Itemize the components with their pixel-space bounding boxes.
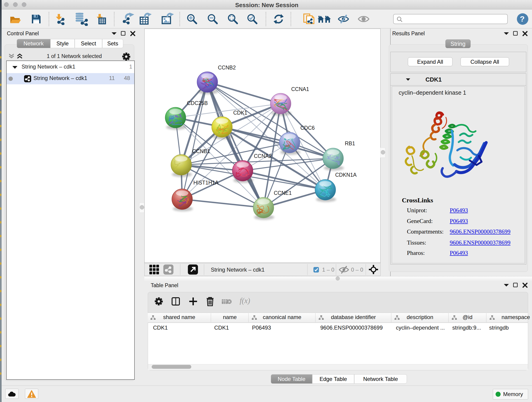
svg-text:CDK1: CDK1 xyxy=(233,110,247,116)
svg-text:HIST1H1A: HIST1H1A xyxy=(193,180,219,186)
svg-text:CDKN1A: CDKN1A xyxy=(335,172,357,178)
svg-text:CCNA1: CCNA1 xyxy=(291,86,309,92)
svg-text:CDC6: CDC6 xyxy=(300,125,315,131)
svg-text:CCNB1: CCNB1 xyxy=(192,148,210,154)
svg-text:RB1: RB1 xyxy=(345,140,355,147)
svg-text:CDC25B: CDC25B xyxy=(187,100,208,106)
svg-text:CCNB2: CCNB2 xyxy=(218,65,236,70)
svg-text:CCNE1: CCNE1 xyxy=(274,190,292,196)
svg-text:CCNA2: CCNA2 xyxy=(254,153,272,159)
